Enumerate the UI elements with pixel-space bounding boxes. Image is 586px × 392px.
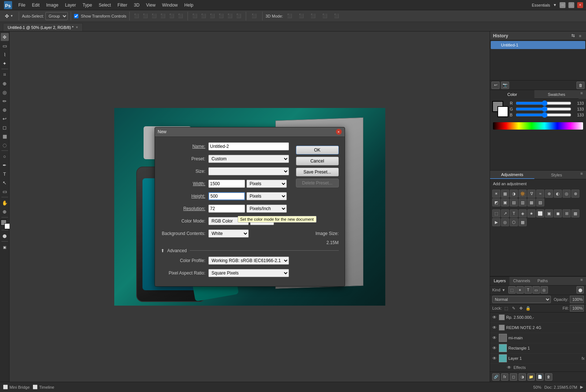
close-icon[interactable]: ×	[577, 2, 583, 8]
move-tool[interactable]: ✥	[1, 33, 9, 41]
workspace-dropdown-icon[interactable]: ▼	[553, 3, 557, 7]
3d-mode-1[interactable]: ⬛	[285, 12, 295, 20]
adj-levels[interactable]: ▦	[501, 190, 509, 198]
filter-adjustment[interactable]: ☀	[516, 286, 524, 294]
layer-item-2[interactable]: 👁 mi-main	[490, 333, 586, 343]
lock-move[interactable]: ✥	[518, 305, 524, 311]
history-menu-icon[interactable]: ≡	[577, 33, 583, 39]
align-right[interactable]: ⬛	[150, 12, 158, 20]
height-unit-dropdown[interactable]: Pixels Inches	[246, 192, 287, 200]
tab-channels[interactable]: Channels	[509, 277, 534, 285]
menu-select[interactable]: Select	[96, 2, 114, 8]
adj-channel-mixer[interactable]: ⊗	[571, 190, 579, 198]
layer-mask-button[interactable]: ◻	[510, 373, 517, 381]
filter-smart[interactable]: ◎	[541, 286, 548, 294]
menu-type[interactable]: Type	[79, 2, 95, 8]
pixel-aspect-dropdown[interactable]: Square Pixels	[208, 269, 289, 277]
adj-color-balance[interactable]: ⊕	[545, 190, 553, 198]
menu-help[interactable]: Help	[181, 2, 196, 8]
shape-tool[interactable]: ▭	[1, 187, 9, 195]
type-tool[interactable]: T	[1, 170, 9, 178]
advanced-toggle[interactable]: ⬆	[161, 248, 164, 253]
history-item-0[interactable]: Untitled-1	[491, 41, 585, 49]
align-center-v[interactable]: ⬛	[168, 12, 176, 20]
preset-dropdown[interactable]: Custom Default Photoshop Size U.S. Paper…	[208, 155, 289, 163]
ok-button[interactable]: OK	[296, 146, 339, 154]
adj-photo-filter[interactable]: ◎	[563, 190, 571, 198]
b-slider[interactable]	[516, 113, 571, 116]
distribute-center-h[interactable]: ⬛	[200, 12, 208, 20]
screen-mode-tool[interactable]: ▣	[1, 243, 9, 251]
distribute-right[interactable]: ⬛	[208, 12, 216, 20]
align-left[interactable]: ⬛	[133, 12, 141, 20]
g-slider[interactable]	[516, 108, 571, 111]
lasso-tool[interactable]: ⌇	[1, 51, 9, 59]
adj-solid[interactable]: ◼	[554, 209, 562, 217]
color-profile-dropdown[interactable]: Working RGB: sRGB IEC61966-2.1	[208, 257, 289, 265]
layer-vis-3[interactable]: 👁	[492, 345, 497, 351]
layer-group-button[interactable]: 📁	[527, 373, 535, 381]
adj-gradient-map[interactable]: ▦	[527, 198, 535, 206]
tab-paths[interactable]: Paths	[534, 277, 552, 285]
heal-tool[interactable]: ◎	[1, 88, 9, 96]
filter-shape[interactable]: ▭	[533, 286, 540, 294]
history-brush-tool[interactable]: ↩	[1, 115, 9, 123]
adj-panel-menu[interactable]: ≡	[579, 171, 585, 176]
restore-icon[interactable]: □	[568, 2, 574, 8]
height-input[interactable]	[208, 192, 245, 200]
adj-pattern[interactable]: ⊞	[563, 209, 571, 217]
adj-bw[interactable]: ◐	[554, 190, 562, 198]
workspace-selector[interactable]: Essentials	[532, 3, 550, 7]
adj-video[interactable]: ▶	[492, 218, 500, 226]
tab-styles[interactable]: Styles	[534, 171, 579, 179]
adj-selective-color[interactable]: ▧	[536, 198, 544, 206]
menu-edit[interactable]: Edit	[29, 2, 42, 8]
3d-mode-2[interactable]: ⬛	[296, 12, 307, 20]
layer-new-button[interactable]: 📄	[536, 373, 544, 381]
layer-item-1[interactable]: 👁 REDMI NOTE 2 4G	[490, 323, 586, 333]
distribute-center-v[interactable]: ⬛	[226, 12, 234, 20]
distribute-bottom[interactable]: ⬛	[235, 12, 243, 20]
adj-brightness[interactable]: ☀	[492, 190, 500, 198]
menu-3d[interactable]: 3D	[131, 2, 142, 8]
history-create-snapshot[interactable]: ↩	[492, 82, 500, 89]
crop-tool[interactable]: ⌗	[1, 71, 9, 79]
show-transform-checkbox[interactable]	[74, 14, 78, 18]
tab-close-button[interactable]: ×	[76, 25, 78, 29]
menu-image[interactable]: Image	[43, 2, 61, 8]
filter-toggle[interactable]: ⬤	[576, 286, 584, 294]
gradient-tool[interactable]: ▦	[1, 132, 9, 140]
name-input[interactable]	[208, 142, 289, 150]
color-spectrum[interactable]	[493, 122, 583, 130]
eraser-tool[interactable]: ◻	[1, 123, 9, 131]
menu-view[interactable]: View	[143, 2, 159, 8]
adj-exposure[interactable]: 🔆	[519, 190, 527, 198]
tab-adjustments[interactable]: Adjustments	[490, 171, 534, 179]
adj-vibrance[interactable]: ∇	[527, 190, 535, 198]
timeline-tab[interactable]: ⬜ Timeline	[33, 385, 54, 389]
lock-pixels[interactable]: ⬚	[503, 305, 509, 311]
cancel-button[interactable]: Cancel	[296, 157, 339, 165]
status-arrow[interactable]: ▶	[580, 385, 583, 389]
clone-tool[interactable]: ⊛	[1, 106, 9, 114]
3d-mode-3[interactable]: ⬛	[308, 12, 318, 20]
distribute-top[interactable]: ⬛	[217, 12, 225, 20]
align-bottom[interactable]: ⬛	[177, 12, 185, 20]
dialog-close-button[interactable]: ×	[336, 129, 342, 135]
width-unit-dropdown[interactable]: Pixels Inches Centimeters	[246, 180, 287, 188]
pen-tool[interactable]: ✒	[1, 161, 9, 169]
blur-tool[interactable]: ◌	[1, 141, 9, 149]
adj-fill[interactable]: ▩	[519, 218, 527, 226]
adj-hsl[interactable]: ≈	[536, 190, 544, 198]
adj-layer-2[interactable]: ▣	[545, 209, 553, 217]
adj-smart-2[interactable]: ◎	[501, 218, 509, 226]
layer-item-3[interactable]: 👁 Rectangle 1	[490, 343, 586, 354]
layer-item-4[interactable]: 👁 Layer 1 fx	[490, 354, 586, 364]
3d-mode-5[interactable]: ⬛	[331, 12, 342, 20]
adj-gradient[interactable]: ▦	[571, 209, 579, 217]
layer-item-0[interactable]: 👁 Rp. 2.500.000,-	[490, 313, 586, 323]
save-preset-button[interactable]: Save Preset...	[296, 168, 339, 176]
path-tool[interactable]: ↖	[1, 179, 9, 187]
eyedropper-tool[interactable]: ⊕	[1, 79, 9, 87]
layer-fx-button[interactable]: fx	[501, 373, 508, 381]
